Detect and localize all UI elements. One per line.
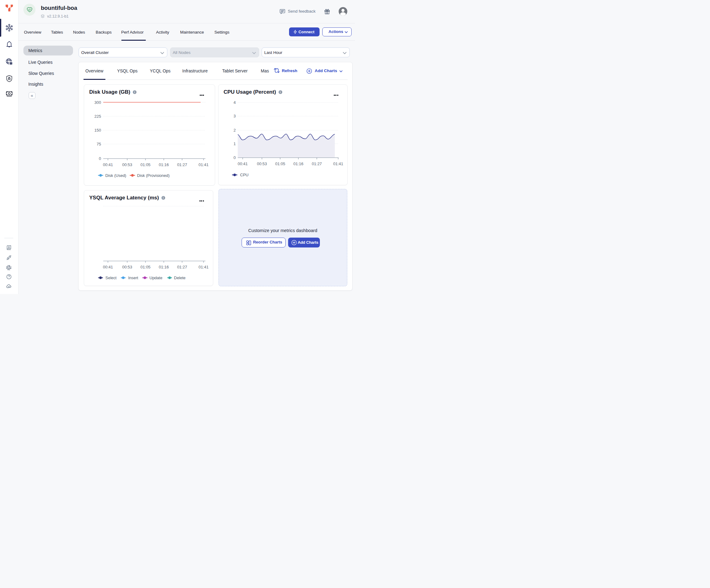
svg-text:00:41: 00:41 xyxy=(103,162,113,167)
svg-text:150: 150 xyxy=(94,128,101,133)
svg-text:225: 225 xyxy=(94,114,101,119)
svg-text:01:05: 01:05 xyxy=(140,265,150,269)
svg-text:Disk (Used): Disk (Used) xyxy=(105,173,126,178)
svg-text:01:41: 01:41 xyxy=(198,162,209,167)
svg-text:75: 75 xyxy=(96,142,101,146)
svg-text:01:05: 01:05 xyxy=(275,162,285,166)
svg-text:01:16: 01:16 xyxy=(159,265,169,269)
svg-text:Update: Update xyxy=(149,276,162,280)
svg-text:01:05: 01:05 xyxy=(140,162,150,167)
svg-text:Select: Select xyxy=(105,276,117,280)
svg-text:1: 1 xyxy=(233,141,235,146)
svg-text:00:41: 00:41 xyxy=(238,162,248,166)
svg-text:01:27: 01:27 xyxy=(177,265,187,269)
svg-text:01:16: 01:16 xyxy=(159,162,169,167)
svg-text:Insert: Insert xyxy=(128,276,138,280)
svg-text:2: 2 xyxy=(233,128,235,133)
svg-text:CPU: CPU xyxy=(240,172,249,177)
svg-text:4: 4 xyxy=(233,100,235,105)
svg-text:00:41: 00:41 xyxy=(103,265,113,269)
svg-text:00:53: 00:53 xyxy=(122,162,132,167)
svg-text:3: 3 xyxy=(233,114,235,118)
svg-text:0: 0 xyxy=(99,156,101,161)
svg-text:01:41: 01:41 xyxy=(333,162,343,166)
svg-text:300: 300 xyxy=(94,100,101,105)
svg-text:00:53: 00:53 xyxy=(257,162,267,166)
svg-text:00:53: 00:53 xyxy=(122,265,132,269)
svg-text:Delete: Delete xyxy=(174,276,186,280)
svg-text:01:27: 01:27 xyxy=(177,162,187,167)
svg-text:0: 0 xyxy=(233,155,235,160)
svg-text:01:16: 01:16 xyxy=(293,162,304,166)
svg-text:Disk (Provisioned): Disk (Provisioned) xyxy=(137,173,169,178)
svg-text:01:27: 01:27 xyxy=(311,162,322,166)
svg-text:01:41: 01:41 xyxy=(198,265,209,269)
